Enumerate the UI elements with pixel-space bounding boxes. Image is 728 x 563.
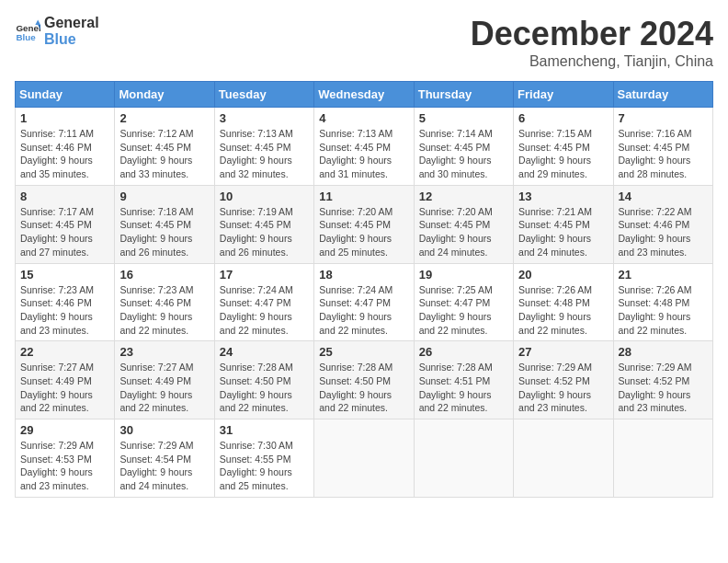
weekday-header-sunday: Sunday bbox=[16, 82, 115, 108]
calendar-day-20: 20Sunrise: 7:26 AM Sunset: 4:48 PM Dayli… bbox=[514, 263, 613, 341]
calendar-day-25: 25Sunrise: 7:28 AM Sunset: 4:50 PM Dayli… bbox=[314, 341, 414, 419]
day-detail: Sunrise: 7:28 AM Sunset: 4:50 PM Dayligh… bbox=[319, 361, 408, 415]
day-number: 1 bbox=[20, 111, 109, 125]
day-number: 5 bbox=[419, 111, 508, 125]
calendar-table: SundayMondayTuesdayWednesdayThursdayFrid… bbox=[15, 81, 713, 498]
day-number: 11 bbox=[319, 190, 408, 203]
calendar-day-27: 27Sunrise: 7:29 AM Sunset: 4:52 PM Dayli… bbox=[514, 341, 613, 419]
day-number: 13 bbox=[518, 190, 608, 203]
day-detail: Sunrise: 7:22 AM Sunset: 4:46 PM Dayligh… bbox=[619, 205, 708, 259]
day-detail: Sunrise: 7:26 AM Sunset: 4:48 PM Dayligh… bbox=[619, 283, 708, 338]
empty-cell bbox=[613, 419, 712, 498]
day-number: 14 bbox=[619, 190, 708, 203]
day-detail: Sunrise: 7:29 AM Sunset: 4:52 PM Dayligh… bbox=[518, 361, 608, 415]
day-detail: Sunrise: 7:20 AM Sunset: 4:45 PM Dayligh… bbox=[319, 205, 408, 259]
calendar-day-14: 14Sunrise: 7:22 AM Sunset: 4:46 PM Dayli… bbox=[613, 185, 712, 263]
calendar-day-6: 6Sunrise: 7:15 AM Sunset: 4:45 PM Daylig… bbox=[514, 108, 613, 186]
day-number: 29 bbox=[20, 423, 109, 437]
day-detail: Sunrise: 7:19 AM Sunset: 4:45 PM Dayligh… bbox=[220, 205, 309, 259]
day-detail: Sunrise: 7:13 AM Sunset: 4:45 PM Dayligh… bbox=[220, 127, 309, 181]
day-detail: Sunrise: 7:27 AM Sunset: 4:49 PM Dayligh… bbox=[20, 361, 109, 415]
calendar-day-5: 5Sunrise: 7:14 AM Sunset: 4:45 PM Daylig… bbox=[414, 108, 513, 186]
calendar-day-16: 16Sunrise: 7:23 AM Sunset: 4:46 PM Dayli… bbox=[115, 263, 214, 341]
day-number: 10 bbox=[220, 190, 309, 203]
calendar-day-11: 11Sunrise: 7:20 AM Sunset: 4:45 PM Dayli… bbox=[314, 185, 414, 263]
page-title: December 2024 bbox=[471, 15, 713, 53]
day-number: 21 bbox=[619, 268, 708, 282]
day-number: 4 bbox=[319, 111, 408, 125]
calendar-day-24: 24Sunrise: 7:28 AM Sunset: 4:50 PM Dayli… bbox=[214, 341, 313, 419]
svg-marker-2 bbox=[35, 19, 40, 25]
day-number: 30 bbox=[119, 423, 209, 437]
day-number: 16 bbox=[119, 268, 209, 282]
page-subtitle: Bamencheng, Tianjin, China bbox=[471, 53, 713, 70]
day-number: 9 bbox=[119, 190, 209, 203]
day-number: 25 bbox=[319, 345, 408, 359]
day-number: 22 bbox=[20, 345, 109, 359]
day-number: 19 bbox=[419, 268, 508, 282]
calendar-week-4: 22Sunrise: 7:27 AM Sunset: 4:49 PM Dayli… bbox=[16, 341, 713, 419]
calendar-day-9: 9Sunrise: 7:18 AM Sunset: 4:45 PM Daylig… bbox=[115, 185, 214, 263]
day-detail: Sunrise: 7:13 AM Sunset: 4:45 PM Dayligh… bbox=[319, 127, 408, 181]
calendar-day-10: 10Sunrise: 7:19 AM Sunset: 4:45 PM Dayli… bbox=[214, 185, 313, 263]
day-number: 26 bbox=[419, 345, 508, 359]
day-detail: Sunrise: 7:28 AM Sunset: 4:50 PM Dayligh… bbox=[220, 361, 309, 415]
day-detail: Sunrise: 7:29 AM Sunset: 4:53 PM Dayligh… bbox=[20, 439, 109, 493]
day-detail: Sunrise: 7:12 AM Sunset: 4:45 PM Dayligh… bbox=[119, 127, 209, 181]
calendar-week-2: 8Sunrise: 7:17 AM Sunset: 4:45 PM Daylig… bbox=[16, 185, 713, 263]
day-number: 27 bbox=[518, 345, 608, 359]
day-number: 8 bbox=[20, 190, 109, 203]
day-detail: Sunrise: 7:14 AM Sunset: 4:45 PM Dayligh… bbox=[419, 127, 508, 181]
calendar-day-7: 7Sunrise: 7:16 AM Sunset: 4:45 PM Daylig… bbox=[613, 108, 712, 186]
day-number: 3 bbox=[220, 111, 309, 125]
weekday-header-tuesday: Tuesday bbox=[214, 82, 313, 108]
day-detail: Sunrise: 7:29 AM Sunset: 4:52 PM Dayligh… bbox=[619, 361, 708, 415]
day-detail: Sunrise: 7:30 AM Sunset: 4:55 PM Dayligh… bbox=[220, 439, 309, 493]
calendar-day-23: 23Sunrise: 7:27 AM Sunset: 4:49 PM Dayli… bbox=[115, 341, 214, 419]
day-number: 6 bbox=[518, 111, 608, 125]
day-detail: Sunrise: 7:25 AM Sunset: 4:47 PM Dayligh… bbox=[419, 283, 508, 338]
logo: General Blue General Blue bbox=[15, 15, 99, 47]
calendar-day-1: 1Sunrise: 7:11 AM Sunset: 4:46 PM Daylig… bbox=[16, 108, 115, 186]
calendar-week-1: 1Sunrise: 7:11 AM Sunset: 4:46 PM Daylig… bbox=[16, 108, 713, 186]
weekday-header-monday: Monday bbox=[115, 82, 214, 108]
day-detail: Sunrise: 7:18 AM Sunset: 4:45 PM Dayligh… bbox=[119, 205, 209, 259]
header: General Blue General Blue December 2024 … bbox=[15, 15, 713, 70]
day-number: 7 bbox=[619, 111, 708, 125]
svg-text:Blue: Blue bbox=[16, 31, 36, 41]
title-area: December 2024 Bamencheng, Tianjin, China bbox=[471, 15, 713, 70]
day-detail: Sunrise: 7:15 AM Sunset: 4:45 PM Dayligh… bbox=[518, 127, 608, 181]
calendar-week-3: 15Sunrise: 7:23 AM Sunset: 4:46 PM Dayli… bbox=[16, 263, 713, 341]
day-detail: Sunrise: 7:20 AM Sunset: 4:45 PM Dayligh… bbox=[419, 205, 508, 259]
day-number: 23 bbox=[119, 345, 209, 359]
calendar-day-31: 31Sunrise: 7:30 AM Sunset: 4:55 PM Dayli… bbox=[214, 419, 313, 498]
day-detail: Sunrise: 7:29 AM Sunset: 4:54 PM Dayligh… bbox=[119, 439, 209, 493]
calendar-day-8: 8Sunrise: 7:17 AM Sunset: 4:45 PM Daylig… bbox=[16, 185, 115, 263]
calendar-day-4: 4Sunrise: 7:13 AM Sunset: 4:45 PM Daylig… bbox=[314, 108, 414, 186]
weekday-header-wednesday: Wednesday bbox=[314, 82, 414, 108]
calendar-day-28: 28Sunrise: 7:29 AM Sunset: 4:52 PM Dayli… bbox=[613, 341, 712, 419]
weekday-header-thursday: Thursday bbox=[414, 82, 513, 108]
day-detail: Sunrise: 7:23 AM Sunset: 4:46 PM Dayligh… bbox=[119, 283, 209, 338]
calendar-week-5: 29Sunrise: 7:29 AM Sunset: 4:53 PM Dayli… bbox=[16, 419, 713, 498]
calendar-day-17: 17Sunrise: 7:24 AM Sunset: 4:47 PM Dayli… bbox=[214, 263, 313, 341]
calendar-day-3: 3Sunrise: 7:13 AM Sunset: 4:45 PM Daylig… bbox=[214, 108, 313, 186]
day-detail: Sunrise: 7:21 AM Sunset: 4:45 PM Dayligh… bbox=[518, 205, 608, 259]
day-detail: Sunrise: 7:27 AM Sunset: 4:49 PM Dayligh… bbox=[119, 361, 209, 415]
day-number: 28 bbox=[619, 345, 708, 359]
day-detail: Sunrise: 7:28 AM Sunset: 4:51 PM Dayligh… bbox=[419, 361, 508, 415]
logo-line1: General bbox=[44, 15, 99, 31]
calendar-day-26: 26Sunrise: 7:28 AM Sunset: 4:51 PM Dayli… bbox=[414, 341, 513, 419]
day-detail: Sunrise: 7:17 AM Sunset: 4:45 PM Dayligh… bbox=[20, 205, 109, 259]
day-number: 2 bbox=[119, 111, 209, 125]
calendar-day-18: 18Sunrise: 7:24 AM Sunset: 4:47 PM Dayli… bbox=[314, 263, 414, 341]
logo-icon: General Blue bbox=[15, 18, 40, 44]
calendar-day-12: 12Sunrise: 7:20 AM Sunset: 4:45 PM Dayli… bbox=[414, 185, 513, 263]
day-number: 24 bbox=[220, 345, 309, 359]
day-number: 31 bbox=[220, 423, 309, 437]
weekday-header-friday: Friday bbox=[514, 82, 613, 108]
day-number: 18 bbox=[319, 268, 408, 282]
day-number: 15 bbox=[20, 268, 109, 282]
day-detail: Sunrise: 7:16 AM Sunset: 4:45 PM Dayligh… bbox=[619, 127, 708, 181]
empty-cell bbox=[414, 419, 513, 498]
